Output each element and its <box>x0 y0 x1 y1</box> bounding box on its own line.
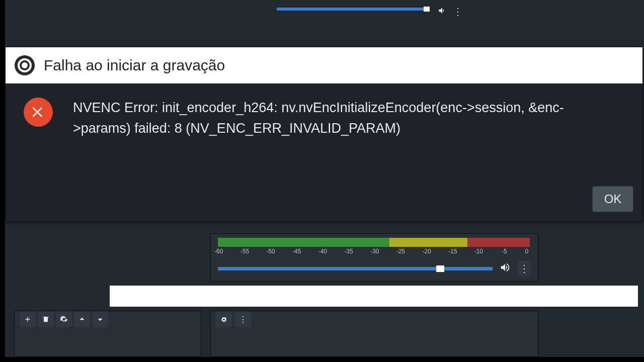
dialog-titlebar[interactable]: Falha ao iniciar a gravação <box>6 47 642 83</box>
volume-slider[interactable] <box>218 267 493 270</box>
meter-db-ticks: -60-55-50 -45-40-35 -30-25-20 -15-10-5 0 <box>218 248 530 255</box>
settings-button[interactable] <box>56 311 72 327</box>
ok-button[interactable]: OK <box>592 186 633 212</box>
move-up-button[interactable] <box>74 311 90 327</box>
transitions-dock: ⋮ <box>210 311 538 357</box>
delete-button[interactable] <box>38 311 54 327</box>
more-options-button[interactable]: ⋮ <box>235 311 251 327</box>
audio-mixer-panel: -60-55-50 -45-40-35 -30-25-20 -15-10-5 0… <box>210 233 538 282</box>
properties-button[interactable] <box>216 311 232 327</box>
speaker-icon[interactable] <box>438 6 447 17</box>
letterbox <box>0 0 5 362</box>
mixer-options-button[interactable]: ⋮ <box>518 261 531 276</box>
dialog-title: Falha ao iniciar a gravação <box>44 57 225 74</box>
kebab-icon[interactable]: ⋮ <box>453 6 463 18</box>
obs-logo-icon <box>15 55 35 75</box>
error-message: NVENC Error: init_encoder_h264: nv.nvEnc… <box>73 98 586 138</box>
error-icon <box>24 98 53 127</box>
add-button[interactable] <box>20 311 36 327</box>
audio-level-meter: -60-55-50 -45-40-35 -30-25-20 -15-10-5 0 <box>218 238 530 247</box>
volume-thumb[interactable] <box>436 265 444 272</box>
letterbox <box>0 357 644 362</box>
speaker-icon[interactable] <box>500 262 511 275</box>
top-audio-strip: ⋮ <box>277 8 463 18</box>
top-volume-track[interactable] <box>277 8 428 11</box>
sources-dock <box>14 311 201 357</box>
text-input-strip[interactable] <box>110 286 638 307</box>
error-dialog: Falha ao iniciar a gravação NVENC Error:… <box>5 47 643 222</box>
top-volume-thumb[interactable] <box>424 7 430 12</box>
move-down-button[interactable] <box>92 311 108 327</box>
